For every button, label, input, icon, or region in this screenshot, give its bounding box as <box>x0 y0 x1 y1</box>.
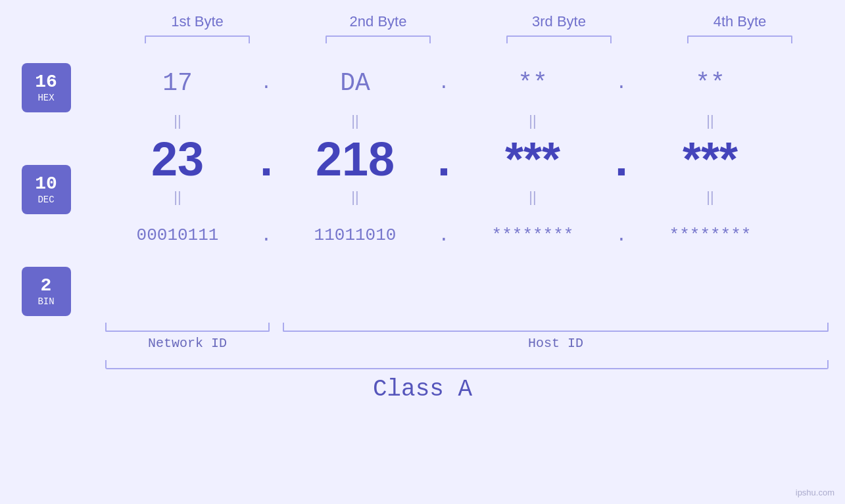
dec-val-4: *** <box>683 133 738 185</box>
eq2-1: || <box>105 189 250 206</box>
content-area: 16 HEX 10 DEC 2 BIN 17 . DA <box>0 57 845 316</box>
main-container: 1st Byte 2nd Byte 3rd Byte 4th Byte 16 H… <box>0 0 845 504</box>
eq2-4: || <box>638 189 783 206</box>
dec-val-2: 218 <box>316 133 395 185</box>
host-bracket <box>283 323 829 332</box>
equals-row-2: || || || || <box>92 185 845 209</box>
bin-badge-number: 2 <box>41 276 52 296</box>
rows-area: 17 . DA . ** . ** || || <box>92 57 845 262</box>
hex-val-1: 17 <box>162 69 193 97</box>
bin-cell-2: 11011010 <box>283 225 427 245</box>
id-labels: Network ID Host ID <box>105 336 829 351</box>
eq1-2: || <box>283 112 427 129</box>
bin-sep-2: . <box>427 225 460 246</box>
dec-cell-2: 218 <box>283 132 427 186</box>
bin-val-2: 11011010 <box>314 225 397 245</box>
dec-cell-3: *** <box>460 132 605 186</box>
hex-val-2: DA <box>340 69 370 97</box>
network-id-label: Network ID <box>105 336 270 351</box>
class-label: Class A <box>0 376 845 403</box>
dec-badge-number: 10 <box>35 174 57 195</box>
hex-badge-number: 16 <box>35 72 57 93</box>
bin-badge: 2 BIN <box>22 267 71 316</box>
host-id-label: Host ID <box>283 336 829 351</box>
network-bracket <box>105 323 270 332</box>
bracket-cell-2 <box>288 35 469 43</box>
eq2-2: || <box>283 189 427 206</box>
dec-val-1: 23 <box>151 133 204 185</box>
hex-sep-2: . <box>427 73 460 93</box>
dec-sep-2: . <box>427 132 460 186</box>
bin-val-3: ******** <box>492 225 574 245</box>
hex-badge: 16 HEX <box>22 63 71 112</box>
bin-sep-3: . <box>605 225 638 246</box>
hex-cell-2: DA <box>283 69 427 97</box>
byte4-header: 4th Byte <box>650 13 831 35</box>
bin-row: 00010111 . 11011010 . ******** . *******… <box>92 209 845 262</box>
hex-badge-label: HEX <box>37 93 54 103</box>
bracket-1 <box>145 35 250 43</box>
hex-sep-1: . <box>250 73 283 93</box>
bracket-cell-3 <box>469 35 650 43</box>
dec-sep-3: . <box>605 132 638 186</box>
bracket-2 <box>326 35 431 43</box>
byte1-header: 1st Byte <box>107 13 288 35</box>
bracket-4 <box>687 35 792 43</box>
eq1-3: || <box>460 112 605 129</box>
eq1-1: || <box>105 112 250 129</box>
dec-cell-4: *** <box>638 132 783 186</box>
bin-cell-3: ******** <box>460 225 605 245</box>
byte-headers: 1st Byte 2nd Byte 3rd Byte 4th Byte <box>107 13 831 35</box>
badges-column: 16 HEX 10 DEC 2 BIN <box>0 57 92 316</box>
hex-val-4: ** <box>695 69 725 97</box>
eq2-3: || <box>460 189 605 206</box>
top-bracket-row <box>107 35 831 43</box>
hex-row: 17 . DA . ** . ** <box>92 57 845 109</box>
hex-cell-3: ** <box>460 69 605 97</box>
bin-val-1: 00010111 <box>137 225 219 245</box>
bracket-cell-4 <box>650 35 831 43</box>
byte2-header: 2nd Byte <box>288 13 469 35</box>
outer-bracket <box>105 360 829 369</box>
dec-row: 23 . 218 . *** . *** <box>92 133 845 185</box>
bracket-cell-1 <box>107 35 288 43</box>
dec-badge: 10 DEC <box>22 165 71 214</box>
hex-cell-1: 17 <box>105 69 250 97</box>
dec-sep-1: . <box>250 132 283 186</box>
byte3-header: 3rd Byte <box>469 13 650 35</box>
hex-cell-4: ** <box>638 69 783 97</box>
watermark: ipshu.com <box>796 488 834 497</box>
hex-val-3: ** <box>518 69 548 97</box>
bin-sep-1: . <box>250 225 283 246</box>
bin-cell-4: ******** <box>638 225 783 245</box>
outer-bracket-row <box>105 360 829 369</box>
bin-cell-1: 00010111 <box>105 225 250 245</box>
eq1-4: || <box>638 112 783 129</box>
equals-row-1: || || || || <box>92 109 845 133</box>
dec-val-3: *** <box>505 133 560 185</box>
id-brackets <box>105 323 829 332</box>
bin-val-4: ******** <box>669 225 752 245</box>
bracket-3 <box>506 35 612 43</box>
bin-badge-label: BIN <box>37 296 54 307</box>
hex-sep-3: . <box>605 73 638 93</box>
dec-badge-label: DEC <box>37 195 54 205</box>
bottom-section: Network ID Host ID Class A <box>0 323 845 403</box>
dec-cell-1: 23 <box>105 132 250 186</box>
